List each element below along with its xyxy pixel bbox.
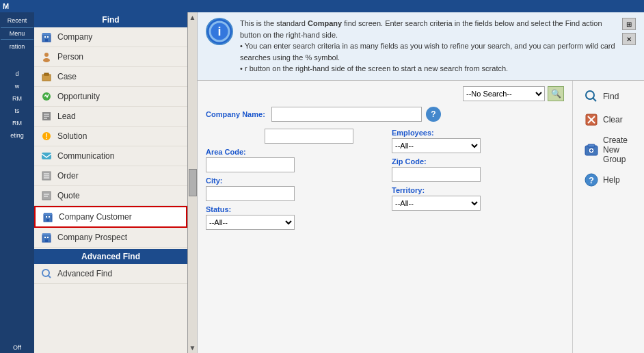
solution-label: Solution: [57, 131, 87, 141]
quote-label: Quote: [57, 191, 80, 200]
svg-rect-32: [45, 239, 48, 242]
sidebar-item-quote[interactable]: Quote: [34, 186, 187, 206]
employees-dropdown[interactable]: --All--: [392, 138, 481, 153]
sidebar-item-advanced-find[interactable]: Advanced Find: [34, 264, 187, 284]
sidebar-item-reports[interactable]: ts: [1, 105, 33, 116]
svg-rect-16: [42, 153, 51, 159]
svg-point-5: [44, 53, 49, 57]
close-button[interactable]: ✕: [622, 33, 636, 45]
person-icon: [40, 50, 53, 64]
svg-rect-1: [44, 36, 46, 38]
zip-code-label: Zip Code:: [392, 157, 564, 166]
case-icon: [40, 70, 53, 83]
zip-code-group: Zip Code:: [392, 157, 564, 182]
sidebar-item-company[interactable]: Company: [34, 27, 187, 47]
sidebar-item-lead[interactable]: Lead: [34, 107, 187, 127]
sidebar-item-crm[interactable]: RM: [1, 93, 33, 104]
sidebar-item-marketing[interactable]: eting: [1, 130, 33, 141]
help-label: Help: [603, 175, 620, 185]
svg-rect-4: [42, 33, 51, 35]
status-label: Status:: [206, 205, 378, 213]
sidebar-item-company-customer[interactable]: Company Customer: [34, 206, 187, 228]
territory-group: Territory: --All--: [392, 186, 564, 211]
svg-rect-2: [47, 36, 49, 38]
company-prospect-icon: [40, 231, 53, 244]
sidebar-item-menu[interactable]: Menu: [1, 27, 33, 40]
company-name-input[interactable]: [271, 107, 422, 122]
phone-input[interactable]: [265, 129, 353, 144]
case-label: Case: [57, 72, 77, 81]
lead-icon: [40, 109, 53, 123]
content-area: i This is the standard Company find scre…: [198, 12, 644, 353]
create-new-group-button[interactable]: Create New Group: [578, 133, 639, 167]
menu-scrollbar[interactable]: ▲ ▼: [188, 12, 198, 353]
info-buttons: ⊞ ✕: [622, 18, 636, 45]
territory-label: Territory:: [392, 186, 564, 194]
employees-group: Employees: --All--: [392, 129, 564, 153]
help-icon: ?: [584, 172, 599, 187]
city-label: City:: [206, 176, 378, 185]
svg-rect-48: [588, 144, 595, 147]
create-new-group-icon: [584, 142, 599, 157]
company-customer-icon: [41, 210, 55, 224]
sidebar-item-case[interactable]: Case: [34, 67, 187, 87]
sidebar-item-off[interactable]: Off: [1, 342, 33, 353]
company-label: Company: [57, 32, 92, 42]
svg-rect-28: [44, 213, 52, 215]
info-text: This is the standard Company find screen…: [240, 18, 615, 75]
communication-label: Communication: [57, 151, 114, 161]
menu-panel: Find Company Person Case: [34, 12, 188, 353]
expand-button[interactable]: ⊞: [622, 18, 636, 30]
status-group: Status: --All--: [206, 205, 378, 230]
find-button[interactable]: Find: [578, 86, 639, 107]
top-bar: M: [0, 0, 644, 12]
svg-text:!: !: [45, 133, 47, 140]
lead-label: Lead: [57, 112, 76, 121]
right-actions: Find Clear: [572, 81, 644, 354]
svg-text:?: ?: [589, 175, 594, 185]
sidebar-item-solution[interactable]: ! Solution: [34, 127, 187, 146]
clear-button[interactable]: Clear: [578, 109, 639, 130]
sidebar-item-crm2[interactable]: RM: [1, 118, 33, 129]
right-fields: Employees: --All-- Zip Code: Territory:: [392, 129, 564, 230]
zip-code-input[interactable]: [392, 167, 481, 182]
svg-rect-30: [44, 237, 46, 238]
sidebar-item-company-prospect[interactable]: Company Prospect: [34, 228, 187, 248]
company-name-row: Company Name: ?: [206, 107, 564, 122]
no-search-dropdown[interactable]: --No Search--: [463, 86, 545, 101]
svg-line-35: [48, 275, 51, 278]
territory-dropdown[interactable]: --All--: [392, 196, 481, 211]
company-name-label: Company Name:: [206, 110, 267, 118]
city-input[interactable]: [206, 186, 295, 201]
order-icon: [40, 169, 53, 183]
company-prospect-label: Company Prospect: [57, 233, 127, 242]
left-fields: Area Code: City: Status: --All--: [206, 129, 378, 230]
svg-rect-25: [46, 216, 47, 218]
find-label: Find: [603, 92, 619, 101]
new-search-button[interactable]: 🔍: [548, 86, 564, 101]
status-dropdown[interactable]: --All--: [206, 215, 295, 230]
svg-rect-33: [42, 233, 51, 235]
sidebar-item-communication[interactable]: Communication: [34, 146, 187, 166]
sidebar-item-recent[interactable]: Recent: [1, 15, 33, 26]
form-area: --No Search-- 🔍 Company Name: ?: [198, 81, 572, 354]
app-logo: M: [3, 2, 9, 10]
advanced-find-header: Advanced Find: [34, 249, 187, 264]
sidebar-item-4[interactable]: d: [1, 68, 33, 79]
city-group: City:: [206, 176, 378, 201]
sidebar-item-5[interactable]: w: [1, 81, 33, 92]
communication-icon: [40, 149, 53, 163]
sidebar-item-administration[interactable]: ration: [1, 41, 33, 52]
company-customer-label: Company Customer: [59, 212, 132, 222]
area-code-input[interactable]: [206, 157, 295, 172]
sidebar-item-person[interactable]: Person: [34, 47, 187, 67]
help-question-button[interactable]: ?: [426, 107, 441, 122]
help-button[interactable]: ? Help: [578, 170, 639, 190]
area-code-group: Area Code:: [206, 148, 378, 172]
advanced-find-label: Advanced Find: [57, 269, 112, 278]
sidebar-item-opportunity[interactable]: Opportunity: [34, 87, 187, 107]
quote-icon: [40, 189, 53, 202]
sidebar-item-order[interactable]: Order: [34, 166, 187, 186]
opportunity-label: Opportunity: [57, 92, 100, 101]
solution-icon: !: [40, 129, 53, 143]
